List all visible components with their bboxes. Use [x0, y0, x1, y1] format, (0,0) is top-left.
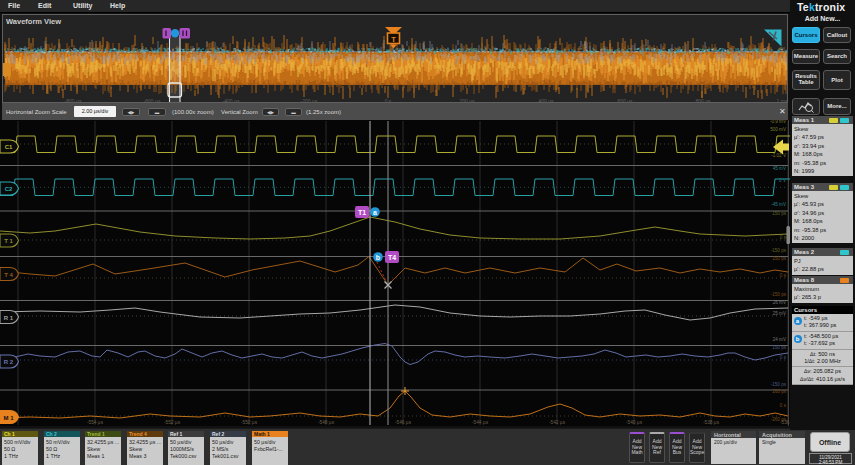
- svg-text:150 ps: 150 ps: [772, 211, 786, 216]
- svg-text:-546 µs: -546 µs: [395, 420, 412, 425]
- svg-text:-544 µs: -544 µs: [472, 420, 489, 425]
- svg-text:24 mV: 24 mV: [773, 337, 787, 342]
- svg-text:800 µs: 800 µs: [695, 98, 711, 103]
- svg-text:-540 µs: -540 µs: [626, 420, 643, 425]
- svg-text:45 mV: 45 mV: [773, 166, 787, 171]
- svg-text:T: T: [391, 35, 396, 44]
- svg-text:-45 mV: -45 mV: [771, 202, 787, 207]
- svg-text:-400 µs: -400 µs: [223, 98, 240, 103]
- svg-text:0 V: 0 V: [779, 178, 787, 183]
- svg-text:b: b: [376, 254, 380, 261]
- svg-text:150 ps: 150 ps: [772, 345, 786, 350]
- svg-text:26 mV: 26 mV: [773, 300, 787, 305]
- svg-text:R 1: R 1: [4, 315, 14, 321]
- svg-text:C1: C1: [5, 144, 13, 150]
- svg-text:T4: T4: [388, 254, 396, 261]
- svg-text:T 4: T 4: [4, 272, 13, 278]
- svg-text:-554 µs: -554 µs: [87, 420, 104, 425]
- svg-text:-800 µs: -800 µs: [65, 98, 82, 103]
- svg-text:260 ps: 260 ps: [772, 389, 786, 394]
- svg-text:-150 ps: -150 ps: [771, 382, 787, 387]
- svg-text:400 µs: 400 µs: [538, 98, 554, 103]
- svg-text:M 1: M 1: [3, 415, 14, 421]
- svg-text:-0.9 mV: -0.9 mV: [770, 120, 787, 124]
- svg-text:0 s: 0 s: [780, 403, 787, 408]
- svg-text:-550 µs: -550 µs: [241, 420, 258, 425]
- svg-text:-200 µs: -200 µs: [301, 98, 318, 103]
- svg-text:C2: C2: [5, 186, 13, 192]
- svg-text:150 ps: 150 ps: [772, 256, 786, 261]
- svg-text:-536 µs: -536 µs: [780, 420, 790, 425]
- svg-text:R 2: R 2: [4, 359, 14, 365]
- svg-text:T 1: T 1: [4, 238, 13, 244]
- svg-text:25 mV: 25 mV: [773, 311, 787, 316]
- svg-text:-600 µs: -600 µs: [144, 98, 161, 103]
- svg-text:-542 µs: -542 µs: [549, 420, 566, 425]
- svg-text:-548 µs: -548 µs: [318, 420, 335, 425]
- svg-text:0 s: 0 s: [780, 273, 787, 278]
- svg-text:-552 µs: -552 µs: [164, 420, 181, 425]
- svg-text:500 mV: 500 mV: [770, 127, 787, 132]
- svg-text:0 s: 0 s: [780, 235, 787, 240]
- svg-text:-150 ps: -150 ps: [771, 292, 787, 297]
- svg-text:-150 ps: -150 ps: [771, 248, 787, 253]
- svg-text:T1: T1: [358, 209, 366, 216]
- svg-text:-1.02 V: -1.02 V: [771, 153, 787, 158]
- svg-text:600 µs: 600 µs: [617, 98, 633, 103]
- svg-text:0 s: 0 s: [780, 355, 787, 360]
- svg-text:0 s: 0 s: [385, 98, 392, 103]
- svg-text:-538 µs: -538 µs: [703, 420, 720, 425]
- svg-text:1 ms: 1 ms: [777, 98, 787, 103]
- svg-text:a: a: [373, 209, 377, 216]
- svg-text:200 µs: 200 µs: [459, 98, 475, 103]
